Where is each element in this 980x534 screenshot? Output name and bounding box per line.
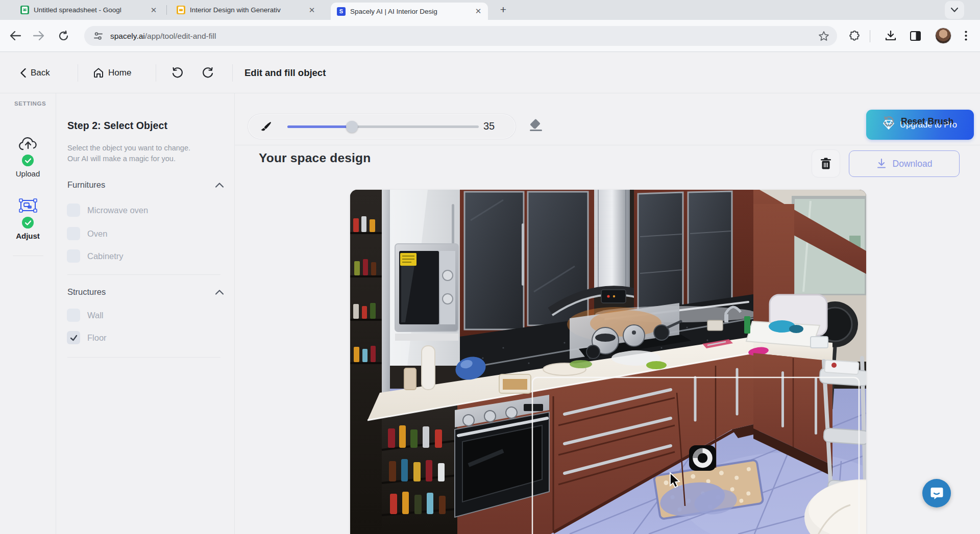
download-label: Download — [893, 159, 933, 169]
checkbox-row-cabinetry[interactable]: Cabinetry — [67, 249, 124, 263]
checkbox-row-oven[interactable]: Oven — [67, 227, 107, 240]
chat-launcher-button[interactable] — [922, 479, 951, 507]
google-slides-favicon — [177, 6, 185, 14]
step-upload[interactable]: Upload — [0, 136, 56, 178]
brush-size-slider[interactable] — [287, 125, 479, 128]
profile-avatar[interactable] — [935, 28, 951, 44]
tab-search-button[interactable] — [945, 1, 964, 19]
undo-button[interactable] — [172, 52, 183, 93]
redo-icon — [202, 67, 214, 79]
tab-divider — [166, 5, 167, 15]
step-adjust[interactable]: Adjust — [0, 198, 56, 240]
reset-icon — [883, 116, 894, 127]
checkbox[interactable] — [67, 204, 80, 217]
kitchen-photo — [350, 190, 866, 534]
browser-toolbar: spacely.ai/app/tool/edit-and-fill — [0, 20, 980, 52]
url-path: /app/tool/edit-and-fill — [145, 32, 216, 40]
download-icon — [876, 159, 887, 169]
google-sheets-favicon — [20, 6, 29, 14]
adjust-done-badge — [22, 217, 34, 228]
bookmark-star-icon[interactable] — [819, 31, 829, 41]
design-canvas[interactable] — [350, 190, 866, 534]
home-icon — [93, 68, 104, 78]
tab-label: Spacely AI | AI Interior Desig — [350, 8, 469, 15]
upload-done-badge — [22, 155, 34, 166]
tab-google-slides[interactable]: Interior Design with Generativ ✕ — [170, 0, 322, 20]
collapse-chevron-icon[interactable] — [215, 183, 224, 188]
redo-button[interactable] — [202, 52, 214, 93]
app-header: Back Home Edit and fill object Upgrade t… — [0, 52, 980, 93]
header-divider — [156, 64, 156, 82]
browser-back-icon[interactable] — [9, 30, 21, 42]
checkbox-label: Floor — [87, 333, 107, 343]
checkbox[interactable] — [67, 227, 80, 240]
browser-tab-strip: Untitled spreadsheet - Googl ✕ Interior … — [0, 0, 980, 20]
slider-fill — [287, 125, 352, 128]
browser-forward-icon[interactable] — [33, 30, 45, 42]
slider-handle[interactable] — [346, 121, 358, 133]
settings-label: SETTINGS — [14, 100, 46, 107]
cloud-upload-icon — [18, 136, 38, 150]
chevron-left-icon — [20, 68, 26, 78]
tab-label: Interior Design with Generativ — [190, 6, 303, 14]
url-text[interactable]: spacely.ai/app/tool/edit-and-fill — [110, 32, 216, 41]
tab-close-icon[interactable]: ✕ — [307, 6, 316, 15]
panel-title: Step 2: Select Object — [67, 120, 167, 132]
tab-close-icon[interactable]: ✕ — [474, 7, 483, 16]
tab-label: Untitled spreadsheet - Googl — [34, 6, 144, 14]
extensions-icon[interactable] — [848, 30, 861, 42]
browser-menu-icon[interactable] — [960, 30, 972, 42]
adjust-selection-icon — [19, 198, 37, 213]
spacely-favicon: S — [337, 7, 346, 16]
section-furnitures: Furnitures — [67, 180, 105, 190]
chat-bubble-icon — [930, 487, 943, 500]
brush-icon[interactable] — [260, 121, 272, 133]
url-host: spacely.ai — [110, 32, 145, 40]
download-button[interactable]: Download — [849, 150, 960, 177]
page-title: Edit and fill object — [244, 52, 326, 93]
panel-description: Select the object you want to change. Ou… — [67, 143, 204, 164]
collapse-chevron-icon[interactable] — [215, 290, 224, 295]
rail-divider — [13, 256, 43, 256]
back-label: Back — [31, 68, 50, 78]
reset-brush-label: Reset Brush — [901, 116, 953, 127]
loading-spinner — [689, 445, 716, 471]
checkbox-row-floor[interactable]: Floor — [67, 331, 107, 344]
tab-google-sheets[interactable]: Untitled spreadsheet - Googl ✕ — [14, 0, 163, 20]
step-label: Adjust — [0, 232, 56, 240]
eraser-icon[interactable] — [529, 118, 543, 133]
side-panel-icon[interactable] — [909, 30, 921, 42]
back-button[interactable]: Back — [20, 52, 50, 93]
downloads-icon[interactable] — [885, 30, 897, 42]
section-divider — [67, 274, 220, 275]
tab-close-icon[interactable]: ✕ — [149, 6, 158, 15]
checkbox-row-microwave-oven[interactable]: Microwave oven — [67, 204, 148, 217]
browser-reload-icon[interactable] — [57, 30, 69, 42]
home-label: Home — [108, 68, 131, 78]
select-object-panel: Step 2: Select Object Select the object … — [56, 93, 235, 534]
tab-spacely-active[interactable]: S Spacely AI | AI Interior Desig ✕ — [331, 3, 488, 20]
microwave — [395, 244, 458, 332]
address-bar[interactable]: spacely.ai/app/tool/edit-and-fill — [84, 26, 837, 46]
brush-size-control: 35 — [248, 114, 516, 139]
site-settings-icon[interactable] — [93, 32, 103, 40]
undo-icon — [172, 67, 183, 79]
toolbar-divider — [870, 30, 870, 42]
section-divider — [67, 357, 220, 358]
checkbox-row-wall[interactable]: Wall — [67, 309, 103, 322]
reset-brush-button[interactable]: Reset Brush — [883, 116, 953, 127]
trash-icon — [820, 158, 831, 170]
checkbox[interactable] — [67, 309, 80, 322]
delete-design-button[interactable] — [812, 149, 840, 177]
checkbox[interactable] — [67, 331, 80, 344]
header-divider — [78, 64, 78, 82]
checkbox[interactable] — [67, 249, 80, 263]
design-title: Your space design — [259, 151, 371, 165]
new-tab-button[interactable]: + — [496, 3, 510, 17]
checkbox-label: Cabinetry — [87, 251, 124, 261]
checkbox-label: Wall — [87, 311, 103, 320]
home-button[interactable]: Home — [93, 52, 131, 93]
section-structures: Structures — [67, 287, 106, 297]
header-divider — [232, 64, 233, 82]
step-label: Upload — [0, 169, 56, 178]
